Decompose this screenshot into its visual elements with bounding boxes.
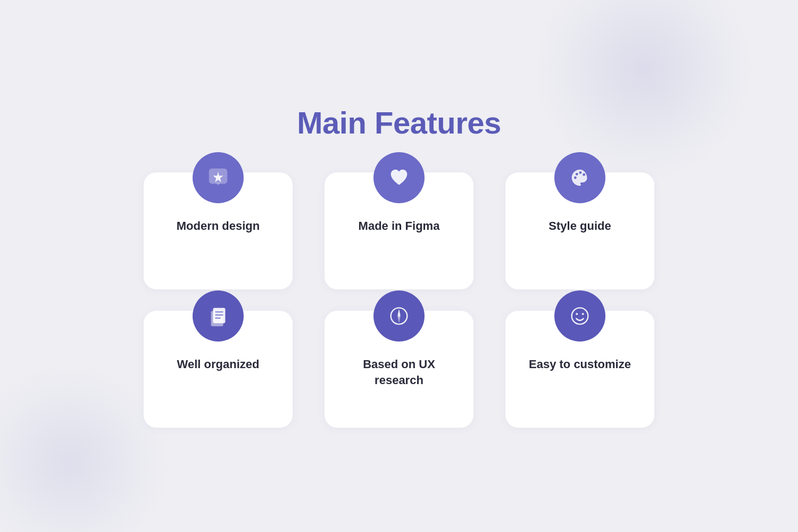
svg-point-17 [576,313,578,315]
page-container: Main Features Modern design Made in Fi [0,84,798,449]
svg-point-6 [583,173,585,176]
smiley-icon [568,304,592,328]
svg-point-16 [572,307,588,324]
feature-card-style-guide: Style guide [505,172,654,289]
svg-point-18 [582,313,584,315]
svg-marker-2 [216,182,220,185]
made-in-figma-label: Made in Figma [359,218,440,235]
feature-card-modern-design: Modern design [144,172,293,289]
made-in-figma-icon-circle [373,152,425,203]
feature-card-ux-research: Based on UX research [325,311,473,428]
feature-card-well-organized: Well organized [144,311,293,428]
compass-icon [387,304,411,328]
svg-marker-14 [397,316,401,323]
page-title: Main Features [297,105,501,140]
easy-customize-icon-circle [554,290,605,342]
style-guide-label: Style guide [548,218,611,235]
sparkle-icon [206,165,230,190]
modern-design-label: Modern design [177,218,260,235]
svg-rect-8 [213,307,225,323]
svg-point-3 [574,176,577,179]
svg-point-5 [579,171,582,174]
feature-card-made-in-figma: Made in Figma [325,172,473,289]
ux-research-label: Based on UX research [363,356,435,389]
style-guide-icon-circle [554,152,605,203]
svg-point-15 [398,315,400,317]
ux-research-icon-circle [373,290,425,342]
documents-icon [206,304,230,328]
svg-marker-13 [397,309,401,315]
heart-icon [387,165,411,190]
well-organized-icon-circle [193,290,244,342]
easy-customize-label: Easy to customize [529,356,631,373]
features-grid: Modern design Made in Figma [144,172,654,428]
well-organized-label: Well organized [177,356,260,373]
feature-card-easy-customize: Easy to customize [505,311,654,428]
palette-icon [568,165,592,190]
modern-design-icon-circle [193,152,244,203]
svg-point-4 [576,172,578,175]
